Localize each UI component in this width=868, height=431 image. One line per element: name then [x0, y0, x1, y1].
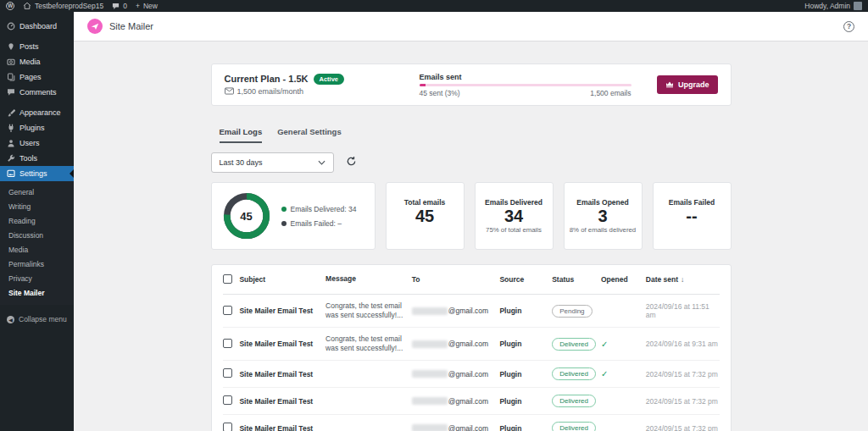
- row-checkbox[interactable]: [223, 339, 232, 348]
- select-all-checkbox[interactable]: [223, 274, 232, 284]
- table-header-row: Subject Message To Source Status Opened …: [223, 265, 720, 295]
- cell-subject: Site Mailer Email Test: [239, 340, 326, 348]
- date-range-select[interactable]: Last 30 days: [211, 152, 334, 173]
- tools-icon: [7, 154, 15, 163]
- submenu-item-reading[interactable]: Reading: [0, 213, 74, 228]
- cell-opened: ✓: [601, 340, 646, 349]
- sidebar-item-label: Tools: [19, 154, 37, 163]
- pages-icon: [7, 73, 15, 81]
- emails-sent-progress-bar: [420, 84, 632, 86]
- tab-email-logs[interactable]: Email Logs: [220, 127, 263, 143]
- table-row: Site Mailer Email Test @gmail.com Plugin…: [223, 361, 720, 388]
- sidebar-item-comments[interactable]: Comments: [0, 85, 74, 100]
- column-header-status[interactable]: Status: [552, 275, 601, 284]
- plugins-icon: [7, 124, 15, 132]
- cell-status: Pending: [552, 305, 601, 318]
- email-domain: @gmail.com: [448, 397, 488, 406]
- cell-status: Delivered: [552, 395, 601, 407]
- tab-general-settings[interactable]: General Settings: [277, 127, 342, 143]
- comments-menu[interactable]: 0: [112, 2, 127, 10]
- sidebar-item-label: Media: [19, 58, 41, 66]
- column-header-to[interactable]: To: [412, 275, 500, 284]
- stat-card-emails-opened: Emails Opened 3 8% of emails delivered: [564, 182, 643, 250]
- sidebar-item-dashboard[interactable]: Dashboard: [0, 19, 74, 34]
- sidebar-item-label: Plugins: [19, 124, 45, 132]
- sent-count-label: 45 sent (3%): [420, 89, 460, 97]
- stat-subtitle: 8% of emails delivered: [570, 226, 636, 234]
- sidebar-item-tools[interactable]: Tools: [0, 151, 74, 166]
- help-icon[interactable]: ?: [843, 21, 854, 32]
- cell-subject: Site Mailer Email Test: [239, 307, 326, 315]
- submenu-item-media[interactable]: Media: [0, 242, 74, 257]
- cell-status: Delivered: [552, 367, 601, 380]
- upgrade-button[interactable]: Upgrade: [657, 75, 718, 94]
- home-icon: [23, 2, 31, 10]
- column-header-opened[interactable]: Opened: [601, 275, 646, 284]
- cell-source: Plugin: [499, 424, 552, 431]
- sidebar-item-label: Settings: [19, 169, 47, 178]
- submenu-item-writing[interactable]: Writing: [0, 199, 74, 213]
- row-checkbox[interactable]: [223, 395, 232, 405]
- delivery-donut-card: 45 Emails Delivered: 34 Emails Failed: –: [211, 182, 376, 250]
- row-checkbox[interactable]: [223, 368, 232, 378]
- avatar: [854, 2, 862, 10]
- sidebar-item-media[interactable]: Media: [0, 54, 74, 69]
- posts-icon: [7, 42, 15, 51]
- stat-card-total-emails: Total emails 45: [386, 182, 465, 250]
- plan-active-badge: Active: [314, 74, 345, 85]
- sidebar-item-pages[interactable]: Pages: [0, 69, 74, 85]
- stat-title: Emails Delivered: [485, 198, 542, 207]
- main-content: Current Plan - 1.5K Active 1,500 emails/…: [74, 41, 868, 431]
- row-checkbox[interactable]: [223, 306, 232, 315]
- site-name-menu[interactable]: TestbeforeprodSep15: [23, 2, 103, 10]
- site-mailer-logo-icon: [87, 19, 103, 34]
- stat-value: 3: [598, 207, 607, 226]
- email-domain: @gmail.com: [448, 424, 488, 431]
- submenu-item-permalinks[interactable]: Permalinks: [0, 257, 74, 271]
- status-badge: Delivered: [552, 338, 596, 351]
- submenu-item-general[interactable]: General: [0, 185, 74, 199]
- submenu-item-discussion[interactable]: Discussion: [0, 228, 74, 242]
- column-header-date-sent[interactable]: Date sent↓: [646, 275, 720, 284]
- refresh-button[interactable]: [346, 156, 357, 169]
- site-name-label: TestbeforeprodSep15: [35, 2, 103, 10]
- collapse-menu-button[interactable]: ◀ Collapse menu: [0, 310, 74, 329]
- submenu-item-privacy[interactable]: Privacy: [0, 271, 74, 285]
- plan-quota-label: 1,500 emails/month: [237, 87, 304, 96]
- wp-logo-menu[interactable]: W: [6, 2, 14, 10]
- cell-date: 2024/09/15 at 7:32 pm: [646, 397, 720, 406]
- refresh-icon: [346, 156, 357, 169]
- column-header-message[interactable]: Message: [326, 274, 412, 284]
- cell-opened: ✓: [601, 396, 646, 406]
- new-label: New: [143, 2, 158, 10]
- redacted-email: [412, 307, 448, 315]
- table-row: Site Mailer Email Test @gmail.com Plugin…: [223, 415, 720, 431]
- submenu-item-site-mailer[interactable]: Site Mailer: [0, 285, 74, 300]
- table-row: Site Mailer Email Test Congrats, the tes…: [223, 328, 720, 361]
- crown-icon: [665, 80, 674, 90]
- stat-card-emails-failed: Emails Failed --: [653, 182, 732, 250]
- progress-fill: [420, 84, 426, 86]
- column-header-subject[interactable]: Subject: [239, 275, 326, 284]
- new-menu[interactable]: + New: [136, 2, 158, 10]
- sidebar-item-users[interactable]: Users: [0, 135, 74, 151]
- status-badge: Delivered: [552, 395, 596, 407]
- chevron-down-icon: [318, 158, 326, 167]
- date-range-value: Last 30 days: [220, 158, 263, 167]
- cell-date: 2024/09/16 at 9:31 am: [646, 340, 720, 348]
- account-menu[interactable]: Howdy, Admin: [804, 2, 862, 10]
- legend-failed-label: Emails Failed: –: [291, 219, 342, 228]
- column-header-source[interactable]: Source: [499, 275, 552, 284]
- cell-source: Plugin: [499, 340, 552, 348]
- sidebar-item-plugins[interactable]: Plugins: [0, 120, 74, 135]
- sidebar-item-settings[interactable]: Settings: [0, 166, 74, 181]
- sidebar-item-appearance[interactable]: Appearance: [0, 105, 74, 120]
- redacted-email: [412, 424, 448, 431]
- sidebar-item-posts[interactable]: Posts: [0, 39, 74, 54]
- admin-sidebar: Dashboard Posts Media Pages Comments App…: [0, 12, 74, 431]
- table-row: Site Mailer Email Test Congrats, the tes…: [223, 295, 720, 328]
- row-checkbox[interactable]: [223, 423, 232, 431]
- stat-title: Total emails: [404, 198, 446, 207]
- email-logs-table: Subject Message To Source Status Opened …: [211, 264, 732, 431]
- sidebar-item-label: Pages: [19, 73, 42, 81]
